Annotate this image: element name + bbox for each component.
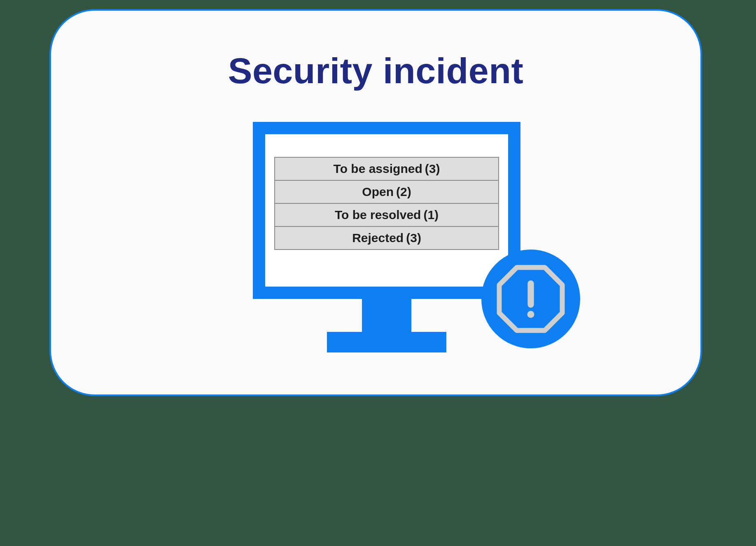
- card-title: Security incident: [51, 50, 700, 92]
- security-incident-card: Security incident To be assigned 3 Open …: [49, 9, 702, 396]
- monitor-icon: To be assigned 3 Open 2 To be resolved 1: [253, 122, 520, 361]
- status-to-be-resolved[interactable]: To be resolved 1: [274, 203, 499, 227]
- monitor-frame: To be assigned 3 Open 2 To be resolved 1: [253, 122, 520, 299]
- monitor-screen: To be assigned 3 Open 2 To be resolved 1: [265, 134, 508, 287]
- status-list: To be assigned 3 Open 2 To be resolved 1: [274, 157, 499, 250]
- status-count: 2: [396, 185, 411, 199]
- monitor-base: [327, 332, 446, 352]
- status-count: 1: [423, 208, 439, 222]
- status-label: To be assigned: [334, 162, 422, 176]
- status-label: Rejected: [352, 231, 404, 245]
- status-to-be-assigned[interactable]: To be assigned 3: [274, 157, 499, 181]
- status-label: To be resolved: [335, 208, 421, 222]
- status-label: Open: [362, 185, 394, 199]
- svg-point-2: [527, 311, 534, 318]
- status-rejected[interactable]: Rejected 3: [274, 226, 499, 250]
- page-stage: Security incident To be assigned 3 Open …: [0, 0, 756, 546]
- alert-badge: [481, 250, 580, 348]
- monitor-neck: [362, 299, 411, 332]
- alert-octagon-icon: [496, 264, 566, 334]
- status-count: 3: [425, 162, 440, 176]
- status-count: 3: [406, 231, 421, 245]
- status-open[interactable]: Open 2: [274, 180, 499, 204]
